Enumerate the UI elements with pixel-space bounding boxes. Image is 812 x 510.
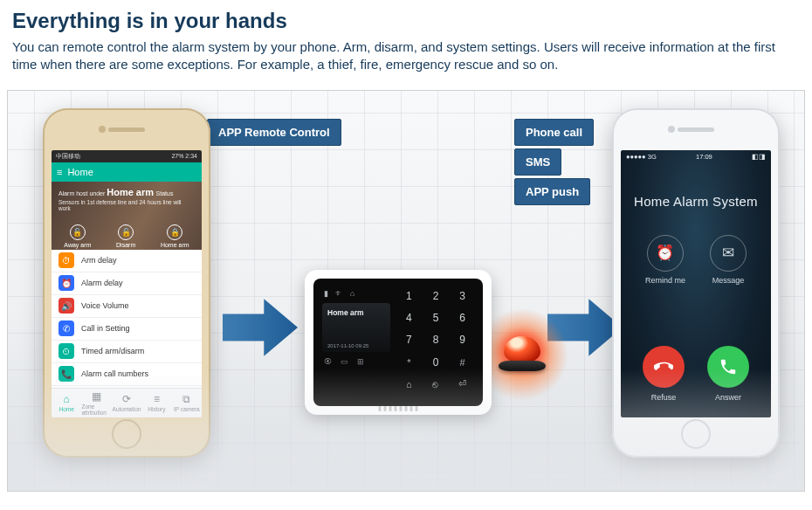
phone-incoming-call: ●●●●● 3G 17:09 ◧◨ Home Alarm System ⏰ Re… — [612, 108, 780, 458]
arm-mode-label: Disarm — [116, 242, 135, 248]
settings-list: ⏱Arm delay⏰Alarm delay🔊Voice Volume✆Call… — [52, 250, 202, 388]
status-time: 17:09 — [696, 153, 712, 161]
remind-me-button[interactable]: ⏰ Remind me — [645, 235, 685, 285]
accept-icon — [707, 346, 749, 388]
refuse-label: Refuse — [651, 393, 677, 402]
lcd-text: Home arm — [327, 308, 385, 317]
lcd-time: 2017-11-10 09:25 — [327, 343, 385, 348]
tab-icon: ⟳ — [122, 393, 131, 405]
message-label: Message — [712, 276, 745, 285]
page-subtitle: You can remote control the alarm system … — [12, 38, 800, 74]
badge-app-remote: APP Remote Control — [207, 119, 341, 146]
menu-item-icon: ⏱ — [58, 252, 74, 268]
menu-item-alarm-delay[interactable]: ⏰Alarm delay — [52, 272, 202, 295]
arm-mode-home-arm[interactable]: 🔒Home arm — [161, 224, 189, 248]
tab-label: History — [148, 406, 165, 412]
keypad-key-⏎[interactable]: ⏎ — [451, 375, 474, 393]
lock-icon: 🔒 — [167, 224, 182, 240]
tab-icon: ⌂ — [64, 393, 70, 405]
menu-item-timed-arm-disarm[interactable]: ⏲Timed arm/disarm — [52, 341, 202, 363]
lock-icon: 🔓 — [70, 224, 86, 240]
alarm-keypad: ▮ᯤ⌂ Home arm 2017-11-10 09:25 ⦿▭⊞ 123456… — [305, 270, 492, 415]
tab-ip-camera[interactable]: ⧉IP camera — [172, 389, 202, 417]
keypad-key-⌂[interactable]: ⌂ — [397, 375, 421, 393]
tab-history[interactable]: ≡History — [141, 389, 171, 417]
hero-suffix: Status — [156, 190, 174, 196]
menu-item-arm-delay[interactable]: ⏱Arm delay — [52, 250, 202, 272]
tab-automation[interactable]: ⟳Automation — [112, 389, 141, 417]
page-title: Everything is in your hands — [12, 9, 800, 33]
home-button[interactable] — [681, 419, 711, 449]
status-right: ◧◨ — [752, 153, 766, 161]
tab-home[interactable]: ⌂Home — [52, 389, 81, 417]
decline-icon — [643, 346, 685, 388]
menu-item-voice-volume[interactable]: 🔊Voice Volume — [52, 295, 202, 318]
status-right: 27% 2:34 — [171, 153, 197, 159]
keypad-key-5[interactable]: 5 — [424, 309, 448, 327]
tab-label: Zone attribution — [81, 403, 111, 416]
hero-main: Home arm — [107, 187, 154, 197]
badge-app-push: APP push — [514, 178, 590, 205]
keypad-key-1[interactable]: 1 — [397, 287, 421, 306]
lock-icon: 🔓 — [118, 224, 134, 240]
tab-label: Automation — [113, 406, 141, 412]
status-bar: ●●●●● 3G 17:09 ◧◨ — [621, 150, 771, 164]
menu-item-icon: 📞 — [58, 366, 74, 382]
answer-label: Answer — [715, 393, 741, 402]
caller-name: Home Alarm System — [626, 194, 766, 209]
menu-item-label: Voice Volume — [81, 301, 129, 310]
keypad-key-0[interactable]: 0 — [424, 353, 448, 371]
hero-prefix: Alarm host under — [58, 190, 107, 196]
keypad-key-hash[interactable]: # — [451, 353, 474, 371]
arm-mode-label: Away arm — [64, 242, 91, 248]
menu-item-label: Timed arm/disarm — [81, 347, 144, 355]
stage: APP Remote Control Phone call SMS APP pu… — [7, 90, 805, 492]
panel-lcd: Home arm 2017-11-10 09:25 — [322, 303, 390, 352]
tab-zone-attribution[interactable]: ▦Zone attribution — [81, 389, 111, 417]
arm-mode-label: Home arm — [161, 242, 189, 248]
remind-label: Remind me — [645, 276, 685, 285]
keypad-key-2[interactable]: 2 — [424, 287, 448, 306]
keypad-key-6[interactable]: 6 — [451, 309, 474, 327]
panel-status-icons: ▮ᯤ⌂ — [322, 287, 390, 298]
tab-label: IP camera — [174, 406, 200, 412]
tab-icon: ▦ — [92, 390, 101, 403]
panel-legend-icons: ⦿▭⊞ — [322, 357, 390, 366]
menu-item-icon: ⏲ — [58, 343, 74, 359]
keypad-key-⎋[interactable]: ⎋ — [424, 375, 448, 393]
tab-icon: ⧉ — [182, 393, 190, 405]
menu-item-call-in-setting[interactable]: ✆Call in Setting — [52, 318, 202, 341]
alarm-clock-icon: ⏰ — [647, 235, 684, 272]
keypad-key-3[interactable]: 3 — [451, 287, 474, 306]
arm-mode-away-arm[interactable]: 🔓Away arm — [64, 224, 91, 248]
menu-item-label: Alarm call numbers — [81, 369, 148, 378]
refuse-button[interactable]: Refuse — [643, 346, 685, 402]
app-titlebar: ≡ Home — [52, 162, 202, 182]
phone-app: 中国移动 27% 2:34 ≡ Home Alarm host under Ho… — [43, 108, 210, 458]
keypad-key-star[interactable]: * — [397, 353, 421, 371]
tab-label: Home — [59, 406, 74, 412]
message-icon: ✉ — [710, 235, 747, 272]
carrier-label: 中国移动 — [56, 152, 80, 161]
keypad-key-9[interactable]: 9 — [451, 331, 474, 349]
answer-button[interactable]: Answer — [707, 346, 749, 402]
tab-icon: ≡ — [154, 393, 160, 405]
menu-item-icon: ✆ — [58, 320, 74, 336]
svg-marker-0 — [223, 299, 298, 355]
hero-line2: Sensors in 1st defense line and 24 hours… — [58, 199, 195, 213]
keypad-key-4[interactable]: 4 — [397, 309, 421, 327]
keypad-key-7[interactable]: 7 — [397, 331, 421, 349]
badge-sms: SMS — [514, 148, 561, 176]
message-button[interactable]: ✉ Message — [710, 235, 747, 285]
home-button[interactable] — [112, 419, 141, 449]
menu-item-label: Call in Setting — [81, 324, 130, 333]
menu-item-alarm-call-numbers[interactable]: 📞Alarm call numbers — [52, 363, 202, 386]
arm-mode-disarm[interactable]: 🔓Disarm — [116, 224, 135, 248]
menu-item-label: Arm delay — [81, 256, 117, 265]
menu-icon[interactable]: ≡ — [57, 167, 62, 177]
menu-item-icon: ⏰ — [58, 275, 74, 291]
arm-status-hero: Alarm host under Home arm Status Sensors… — [52, 182, 202, 250]
menu-item-icon: 🔊 — [58, 298, 74, 314]
keypad-key-8[interactable]: 8 — [424, 331, 448, 349]
arrow-right-icon — [221, 290, 299, 365]
